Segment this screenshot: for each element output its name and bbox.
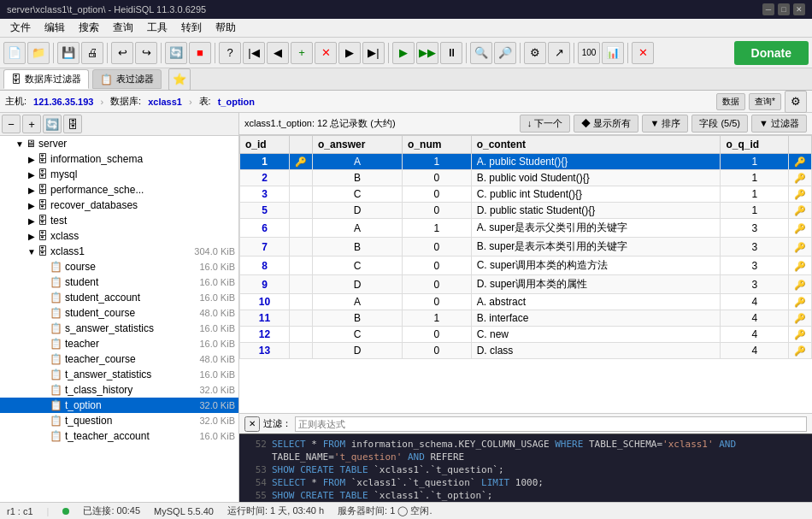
redo-button[interactable]: ↪: [135, 42, 157, 64]
data-tab[interactable]: 数据: [716, 93, 745, 110]
pause-button[interactable]: ⏸: [440, 42, 462, 64]
refresh-tree-button[interactable]: 🔄: [43, 115, 62, 133]
table-row[interactable]: 1 🔑 A 1 A. public Student(){} 1 🔑: [240, 154, 812, 170]
table-size: 16.0 KiB: [199, 277, 235, 287]
sort-button[interactable]: ▼ 排序: [642, 115, 688, 133]
run-button[interactable]: ▶: [392, 42, 415, 64]
prev-button[interactable]: ◀: [267, 42, 289, 64]
cell-key2: 🔑: [789, 186, 812, 203]
menu-tools[interactable]: 工具: [140, 19, 174, 37]
tree-information-schema[interactable]: ▶ 🗄 information_schema: [0, 151, 238, 167]
field-button[interactable]: 字段 (5/5): [691, 115, 748, 133]
close-tab-button[interactable]: ✕: [632, 42, 654, 64]
tab-table-filter[interactable]: 📋 表过滤器: [92, 69, 162, 89]
find-button[interactable]: 🔎: [494, 42, 516, 64]
info-button[interactable]: 100: [578, 42, 600, 64]
menu-goto[interactable]: 转到: [174, 19, 209, 37]
tree-performance-schema[interactable]: ▶ 🗄 performance_sche...: [0, 182, 238, 198]
table-icon: 📋: [50, 261, 62, 273]
print-button[interactable]: 🖨: [81, 42, 103, 64]
save-button[interactable]: 💾: [57, 42, 79, 64]
tree-table-t_option[interactable]: 📋 t_option 32.0 KiB: [0, 398, 238, 413]
tree-table-student_account[interactable]: 📋 student_account 16.0 KiB: [0, 290, 238, 305]
db-open-icon: 🗄: [38, 245, 48, 257]
export-button[interactable]: ↗: [548, 42, 570, 64]
tree-table-t_teacher_account[interactable]: 📋 t_teacher_account 16.0 KiB: [0, 428, 238, 444]
cell-o_answer: D: [312, 203, 402, 219]
table-row[interactable]: 10 A 0 A. abstract 4 🔑: [240, 294, 812, 310]
close-filter-button[interactable]: ✕: [244, 416, 260, 432]
tree-table-t_question[interactable]: 📋 t_question 32.0 KiB: [0, 413, 238, 428]
col-o_id[interactable]: o_id: [240, 136, 290, 154]
tab-db-filter[interactable]: 🗄 数据库过滤器: [3, 69, 89, 89]
cell-o_content: B. super是表示本类引用的关键字: [471, 238, 721, 257]
open-button[interactable]: 📁: [27, 42, 50, 64]
menu-search[interactable]: 搜索: [72, 19, 106, 37]
menu-query[interactable]: 查询: [106, 19, 140, 37]
tree-mysql[interactable]: ▶ 🗄 mysql: [0, 167, 238, 182]
tree-test[interactable]: ▶ 🗄 test: [0, 213, 238, 228]
show-all-button[interactable]: ◆ 显示所有: [574, 115, 638, 133]
first-button[interactable]: |◀: [243, 42, 265, 64]
add-row-button[interactable]: +: [291, 42, 313, 64]
stop-button[interactable]: ■: [189, 42, 211, 64]
chart-button[interactable]: 📊: [602, 42, 624, 64]
cell-o_num: 0: [403, 186, 472, 203]
minimize-button[interactable]: ─: [762, 3, 774, 15]
tree-xclass1[interactable]: ▼ 🗄 xclass1 304.0 KiB: [0, 244, 238, 259]
tree-recover-databases[interactable]: ▶ 🗄 recover_databases: [0, 198, 238, 213]
undo-button[interactable]: ↩: [111, 42, 133, 64]
tree-table-t_class_history[interactable]: 📋 t_class_history 32.0 KiB: [0, 382, 238, 398]
delete-row-button[interactable]: ✕: [315, 42, 337, 64]
collapse-all-button[interactable]: −: [2, 115, 21, 133]
sql-log-line: 54 SELECT * FROM `xclass1`.`t_question` …: [246, 476, 805, 489]
settings-icon[interactable]: ⚙: [524, 42, 546, 64]
new-db-button[interactable]: 🗄: [63, 115, 82, 133]
tree-table-s_answer_statistics[interactable]: 📋 s_answer_statistics 16.0 KiB: [0, 321, 238, 336]
cell-key2: 🔑: [789, 257, 812, 275]
search-icon[interactable]: 🔍: [470, 42, 492, 64]
last-button[interactable]: ▶|: [362, 42, 385, 64]
donate-button[interactable]: Donate: [734, 41, 809, 65]
expand-button[interactable]: +: [22, 115, 41, 133]
tree-server[interactable]: ▼ 🖥 server: [0, 136, 238, 151]
menu-edit[interactable]: 编辑: [38, 19, 72, 37]
tree-table-teacher_course[interactable]: 📋 teacher_course 48.0 KiB: [0, 351, 238, 367]
table-row[interactable]: 8 C 0 C. super调用本类的构造方法 3 🔑: [240, 257, 812, 275]
bookmark-button[interactable]: ⭐: [168, 68, 191, 91]
col-o_answer[interactable]: o_answer: [312, 136, 402, 154]
next-record-button[interactable]: ↓ 下一个: [520, 115, 571, 133]
table-row[interactable]: 5 D 0 D. public static Student(){} 1 🔑: [240, 203, 812, 219]
col-o_num[interactable]: o_num: [403, 136, 472, 154]
help-icon[interactable]: ?: [219, 42, 241, 64]
tree-xclass[interactable]: ▶ 🗄 xclass: [0, 228, 238, 244]
cell-o_content: C. public int Student(){}: [471, 186, 721, 203]
new-button[interactable]: 📄: [3, 42, 26, 64]
col-o_q_id[interactable]: o_q_id: [721, 136, 789, 154]
menu-help[interactable]: 帮助: [209, 19, 243, 37]
table-row[interactable]: 2 B 0 B. public void Student(){} 1 🔑: [240, 170, 812, 186]
filter-button[interactable]: ▼ 过滤器: [751, 115, 807, 133]
maximize-button[interactable]: □: [778, 3, 790, 15]
table-action-button[interactable]: ⚙: [785, 91, 807, 113]
table-row[interactable]: 11 B 1 B. interface 4 🔑: [240, 310, 812, 327]
tree-table-course[interactable]: 📋 course 16.0 KiB: [0, 259, 238, 274]
tree-table-teacher[interactable]: 📋 teacher 16.0 KiB: [0, 336, 238, 351]
table-row[interactable]: 6 A 1 A. super是表示父类引用的关键字 3 🔑: [240, 219, 812, 238]
tree-table-student_course[interactable]: 📋 student_course 48.0 KiB: [0, 305, 238, 321]
tree-table-student[interactable]: 📋 student 16.0 KiB: [0, 274, 238, 290]
next-button[interactable]: ▶: [338, 42, 361, 64]
col-o_content[interactable]: o_content: [471, 136, 721, 154]
table-row[interactable]: 3 C 0 C. public int Student(){} 1 🔑: [240, 186, 812, 203]
menu-file[interactable]: 文件: [3, 19, 38, 37]
table-row[interactable]: 9 D 0 D. super调用本类的属性 3 🔑: [240, 275, 812, 294]
filter-input[interactable]: [295, 416, 807, 432]
close-button[interactable]: ✕: [793, 3, 805, 15]
table-row[interactable]: 7 B 0 B. super是表示本类引用的关键字 3 🔑: [240, 238, 812, 257]
table-row[interactable]: 13 D 0 D. class 4 🔑: [240, 343, 812, 359]
table-row[interactable]: 12 C 0 C. new 4 🔑: [240, 327, 812, 343]
refresh-button[interactable]: 🔄: [165, 42, 187, 64]
run-all-button[interactable]: ▶▶: [416, 42, 438, 64]
tree-table-t_answer_statistics[interactable]: 📋 t_answer_statistics 16.0 KiB: [0, 367, 238, 382]
query-tab[interactable]: 查询*: [749, 93, 781, 110]
